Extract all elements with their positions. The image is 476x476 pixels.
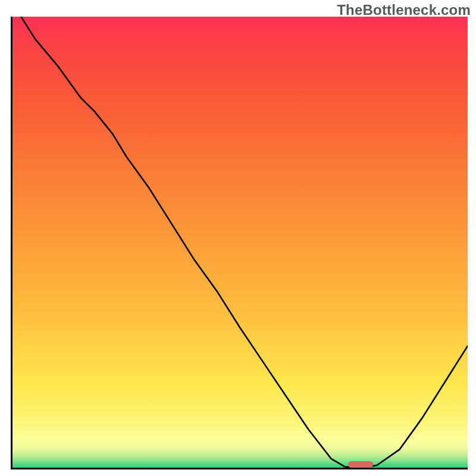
data-curve: [12, 17, 468, 468]
chart-container: TheBottleneck.com: [0, 0, 476, 476]
bottleneck-curve: [12, 17, 468, 468]
plot-area: [11, 17, 468, 469]
optimum-region-marker: [348, 461, 373, 468]
watermark-text: TheBottleneck.com: [337, 2, 471, 18]
